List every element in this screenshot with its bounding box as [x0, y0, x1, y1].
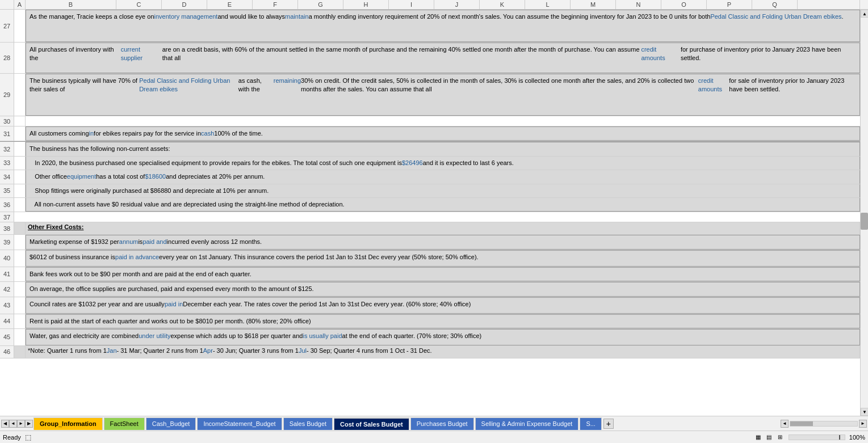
cell-27-content: As the manager, Tracie keeps a close eye… — [26, 10, 860, 42]
row-num-43: 43 — [0, 297, 14, 314]
row-num-30: 30 — [0, 116, 14, 126]
table-row: 28 All purchases of inventory with the c… — [0, 43, 868, 74]
row-num-46: 46 — [0, 346, 14, 358]
add-sheet-button[interactable]: + — [603, 419, 614, 429]
row-num-33: 33 — [0, 157, 14, 170]
col-header-l: L — [525, 0, 571, 10]
tab-s-more[interactable]: S... — [580, 417, 602, 430]
cell-34-a — [14, 170, 26, 183]
tab-cost-of-sales-budget[interactable]: Cost of Sales Budget — [334, 417, 409, 430]
grid-area: 27 As the manager, Tracie keeps a close … — [0, 10, 868, 416]
column-headers: A B C D E F G H I J K L M N O P Q — [0, 0, 868, 10]
tab-purchases-budget[interactable]: Purchases Budget — [410, 417, 474, 430]
cell-33-content: In 2020, the business purchased one spec… — [26, 157, 860, 170]
horiz-scroll-thumb[interactable] — [790, 421, 813, 426]
horiz-scroll-right[interactable]: ► — [859, 420, 867, 428]
cell-30-a — [14, 116, 26, 126]
tab-cash-budget[interactable]: Cash_Budget — [146, 417, 196, 430]
table-row: 36 All non-current assets have $0 residu… — [0, 198, 868, 212]
tab-scroll-right-end[interactable]: ▶ — [25, 420, 33, 428]
cell-31-a — [14, 126, 26, 141]
row-num-45: 45 — [0, 329, 14, 345]
table-row: 34 Other office equipment has a total co… — [0, 170, 868, 184]
cell-43-content: Council rates are $1032 per year and are… — [26, 297, 860, 314]
row-num-44: 44 — [0, 314, 14, 328]
vertical-scrollbar[interactable]: ▲ ▼ — [860, 10, 868, 416]
spreadsheet-container: A B C D E F G H I J K L M N O P Q 27 As … — [0, 0, 868, 443]
cell-45-content: Water, gas and electricity are combined … — [26, 329, 860, 345]
row-num-39: 39 — [0, 235, 14, 249]
scroll-up-btn[interactable]: ▲ — [861, 10, 868, 18]
cell-38-content: Other Fixed Costs: — [26, 222, 860, 234]
corner-cell — [0, 0, 14, 10]
cell-29-content: The business typically will have 70% of … — [26, 74, 860, 116]
table-row: 44 Rent is paid at the start of each qua… — [0, 314, 868, 329]
col-header-i: I — [389, 0, 434, 10]
cell-27-a — [14, 10, 26, 42]
horiz-scroll-track[interactable] — [790, 421, 858, 427]
tab-income-statement-budget[interactable]: IncomeStatement_Budget — [197, 417, 282, 430]
tab-factsheet[interactable]: FactSheet — [104, 417, 145, 430]
cell-39-content: Marketing expense of $1932 per annum is … — [26, 235, 860, 249]
cell-28-a — [14, 43, 26, 73]
table-row: 32 The business has the following non-cu… — [0, 141, 868, 156]
row-num-36: 36 — [0, 198, 14, 212]
cell-32-a — [14, 142, 26, 155]
table-row: 38 Other Fixed Costs: — [0, 222, 868, 235]
cell-32-content: The business has the following non-curre… — [26, 142, 860, 155]
table-row: 35 Shop fittings were originally purchas… — [0, 184, 868, 198]
col-header-c: C — [116, 0, 162, 10]
cell-31-content: All customers coming in for ebikes repai… — [26, 126, 860, 141]
horiz-scroll-left[interactable]: ◄ — [781, 420, 789, 428]
cell-28-content: All purchases of inventory with the curr… — [26, 43, 860, 73]
row-num-37: 37 — [0, 212, 14, 222]
col-header-b: B — [26, 0, 116, 10]
horiz-scroll-area: ◄ ► — [781, 420, 867, 428]
row-num-40: 40 — [0, 250, 14, 267]
normal-view-icon[interactable]: ▦ — [754, 433, 763, 442]
tab-selling-admin-budget[interactable]: Selling & Admin Expense Budget — [475, 417, 579, 430]
cell-30-rest — [26, 116, 860, 126]
row-num-42: 42 — [0, 282, 14, 296]
zoom-thumb — [839, 435, 840, 440]
col-header-rest — [798, 0, 860, 10]
col-header-n: N — [616, 0, 661, 10]
accessibility-icon[interactable]: ⬚ — [24, 433, 33, 442]
table-row: 33 In 2020, the business purchased one s… — [0, 157, 868, 170]
cell-41-a — [14, 267, 26, 281]
cell-36-content: All non-current assets have $0 residual … — [26, 198, 860, 212]
tab-scroll-left[interactable]: ◄ — [9, 420, 17, 428]
cell-42-content: On average, the office supplies are purc… — [26, 282, 860, 296]
status-right: ▦ ▤ ⊞ 100% — [754, 433, 865, 442]
cell-44-content: Rent is paid at the start of each quarte… — [26, 314, 860, 328]
col-header-o: O — [661, 0, 707, 10]
tab-scroll-left-end[interactable]: ◀ — [1, 420, 9, 428]
cell-36-a — [14, 198, 26, 212]
col-header-m: M — [571, 0, 616, 10]
status-left: Ready ⬚ — [3, 433, 33, 442]
tab-sales-budget[interactable]: Sales Budget — [283, 417, 333, 430]
cell-40-content: $6012 of business insurance is paid in a… — [26, 250, 860, 267]
cell-35-content: Shop fittings were originally purchased … — [26, 184, 860, 197]
tab-scroll-right[interactable]: ► — [17, 420, 25, 428]
row-num-28: 28 — [0, 43, 14, 73]
cell-45-a — [14, 329, 26, 345]
cell-37-rest — [14, 212, 860, 222]
tab-group-information[interactable]: Group_Information — [33, 417, 103, 430]
row-num-38: 38 — [0, 222, 14, 234]
scroll-thumb[interactable] — [861, 213, 868, 230]
grid-scroll-area[interactable]: 27 As the manager, Tracie keeps a close … — [0, 10, 868, 416]
row-num-27: 27 — [0, 10, 14, 42]
ready-label: Ready — [3, 434, 21, 441]
zoom-slider[interactable] — [789, 434, 845, 440]
table-row: 41 Bank fees work out to be $90 per mont… — [0, 267, 868, 282]
scroll-down-btn[interactable]: ▼ — [861, 408, 868, 416]
table-row: 45 Water, gas and electricity are combin… — [0, 329, 868, 346]
cell-42-a — [14, 282, 26, 296]
cell-33-a — [14, 157, 26, 170]
page-break-icon[interactable]: ⊞ — [775, 433, 785, 442]
page-layout-icon[interactable]: ▤ — [765, 433, 774, 442]
row-num-31: 31 — [0, 126, 14, 141]
cell-41-content: Bank fees work out to be $90 per month a… — [26, 267, 860, 281]
row-num-29: 29 — [0, 74, 14, 116]
